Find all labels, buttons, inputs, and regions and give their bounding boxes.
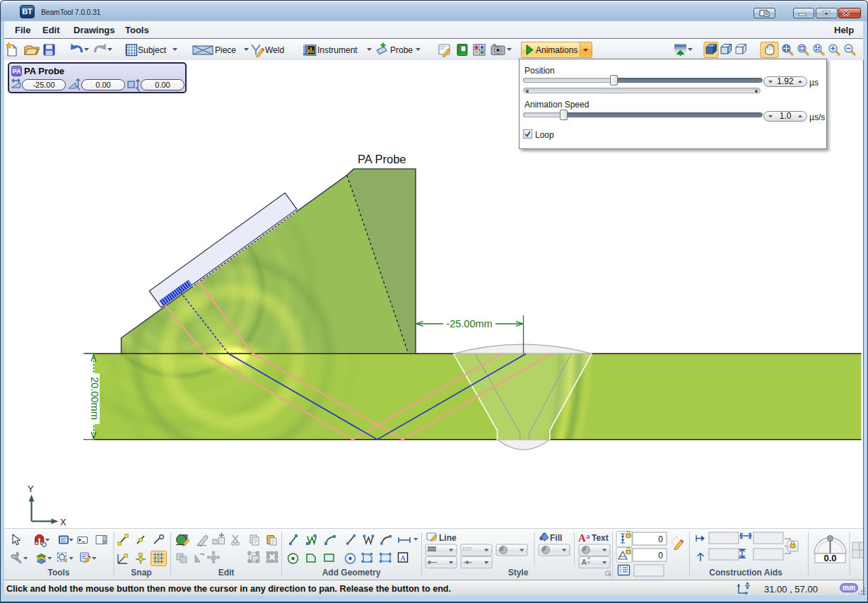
- svg-text:A: A: [400, 554, 406, 562]
- svg-text:Style: Style: [508, 568, 529, 578]
- svg-text:Text: Text: [592, 533, 609, 543]
- svg-text:Construction Aids: Construction Aids: [709, 568, 782, 578]
- svg-text:Fill: Fill: [550, 533, 562, 543]
- svg-text:Y: Y: [28, 484, 34, 494]
- svg-text:A: A: [578, 532, 586, 544]
- svg-text:Weld: Weld: [265, 45, 284, 55]
- svg-text:Snap: Snap: [131, 568, 151, 578]
- svg-text:0.0: 0.0: [823, 553, 836, 563]
- svg-text:Tools: Tools: [47, 568, 69, 578]
- svg-text:X: X: [60, 517, 66, 527]
- svg-text:-25.00mm: -25.00mm: [446, 318, 492, 329]
- svg-text:a: a: [586, 532, 590, 540]
- svg-text:Edit: Edit: [218, 568, 235, 578]
- svg-text:A: A: [582, 558, 587, 566]
- svg-text:Probe: Probe: [390, 45, 413, 55]
- svg-text:Instrument: Instrument: [317, 45, 358, 55]
- svg-text:20.00mm: 20.00mm: [89, 377, 100, 419]
- svg-text:Line: Line: [439, 533, 457, 543]
- svg-text:0: 0: [658, 534, 663, 544]
- svg-text:0: 0: [658, 551, 663, 561]
- svg-text:Animations: Animations: [536, 45, 577, 55]
- svg-text:Subject: Subject: [138, 45, 167, 55]
- svg-text:PA Probe: PA Probe: [358, 153, 406, 165]
- svg-text:Add Geometry: Add Geometry: [322, 568, 381, 578]
- svg-text:Piece: Piece: [215, 45, 236, 55]
